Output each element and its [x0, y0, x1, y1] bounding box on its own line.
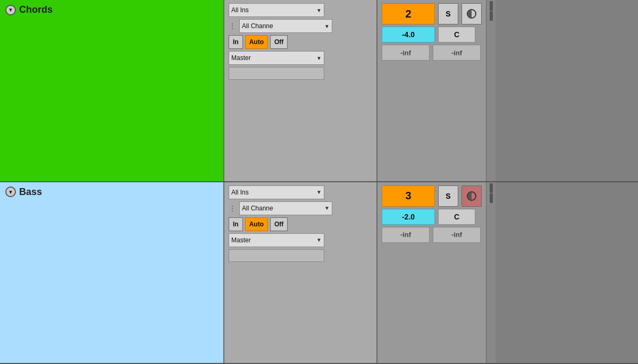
drag-handle-icon-bass: ⋮ [229, 204, 236, 213]
output-dropdown-bass[interactable]: Master ▼ [229, 233, 324, 247]
solo-label-chords: S [446, 10, 450, 18]
drag-handle-icon-chords: ⋮ [229, 22, 236, 30]
scrollbar-line-2-chords [490, 11, 493, 21]
collapse-button-bass[interactable]: ▼ [5, 187, 16, 197]
scrollbar-line-1-chords [490, 1, 493, 11]
meter-row-bass: -inf -inf [382, 227, 482, 243]
in-button-chords[interactable]: In [229, 35, 243, 49]
meter-right-value-bass: -inf [451, 231, 462, 239]
track-number-box-bass: 3 [382, 185, 435, 207]
output-row-bass: Master ▼ [229, 233, 372, 247]
track-controls-panel-bass: All Ins ▼ ⋮ All Channe ▼ In Auto Of [223, 182, 377, 363]
pan-row-chords: -4.0 C [382, 27, 482, 43]
solo-button-bass[interactable]: S [438, 185, 458, 207]
track-name-panel-bass: ▼ Bass [0, 182, 223, 363]
track-number-row-chords: 2 S [382, 3, 482, 24]
track-name-bass: Bass [19, 187, 42, 198]
output-label-bass: Master [231, 236, 251, 244]
meter-right-value-chords: -inf [451, 49, 462, 57]
off-button-bass[interactable]: Off [270, 217, 288, 231]
track-right-chords: All Ins ▼ ⋮ All Channe ▼ In Auto Of [223, 0, 496, 181]
in-button-bass[interactable]: In [229, 217, 243, 231]
track-controls-panel-chords: All Ins ▼ ⋮ All Channe ▼ In Auto Of [223, 0, 377, 181]
off-button-chords[interactable]: Off [270, 35, 288, 49]
input-device-arrow-icon-bass: ▼ [316, 189, 322, 195]
output-label-chords: Master [231, 54, 251, 62]
output-row-chords: Master ▼ [229, 51, 372, 65]
extra-input-chords[interactable] [229, 67, 324, 80]
input-channel-row-bass: ⋮ All Channe ▼ [229, 201, 372, 215]
pan-box-bass[interactable]: -2.0 [382, 209, 435, 225]
meter-left-bass: -inf [382, 227, 430, 243]
track-mixer-panel-chords: 2 S -4.0 C [377, 0, 486, 181]
solo-label-bass: S [446, 192, 450, 200]
track-row-bass: ▼ Bass All Ins ▼ ⋮ [0, 182, 638, 365]
input-device-dropdown-bass[interactable]: All Ins ▼ [229, 185, 324, 199]
track-number-row-bass: 3 S [382, 185, 482, 207]
key-value-chords: C [454, 30, 459, 39]
input-device-row-bass: All Ins ▼ [229, 185, 372, 199]
monitor-row-bass: In Auto Off [229, 217, 372, 231]
track-name-chords: Chords [19, 4, 53, 15]
collapse-arrow-icon-chords: ▼ [8, 7, 13, 13]
track-mixer-panel-bass: 3 S -2.0 C [377, 182, 486, 363]
track-number-bass: 3 [405, 190, 411, 202]
scrollbar-bass[interactable] [486, 182, 496, 363]
meter-left-chords: -inf [382, 45, 430, 61]
input-device-label-bass: All Ins [231, 189, 249, 196]
solo-button-chords[interactable]: S [438, 3, 458, 24]
tracks-container: ▼ Chords All Ins ▼ ⋮ [0, 0, 638, 364]
track-label-bass: ▼ Bass [5, 187, 42, 198]
input-channel-dropdown-bass[interactable]: All Channe ▼ [239, 201, 332, 215]
input-device-row-chords: All Ins ▼ [229, 3, 372, 17]
track-number-box-chords: 2 [382, 3, 435, 24]
scrollbar-line-1-bass [490, 183, 493, 193]
input-device-arrow-icon-chords: ▼ [316, 7, 322, 13]
meter-right-bass: -inf [433, 227, 481, 243]
key-box-chords[interactable]: C [438, 27, 475, 43]
input-channel-arrow-icon-bass: ▼ [324, 205, 330, 211]
pan-box-chords[interactable]: -4.0 [382, 27, 435, 43]
scrollbar-line-2-bass [490, 193, 493, 203]
output-arrow-icon-bass: ▼ [316, 237, 322, 243]
extra-input-bass[interactable] [229, 249, 324, 262]
track-label-chords: ▼ Chords [5, 4, 53, 15]
monitor-button-bass[interactable] [461, 185, 482, 207]
track-name-panel-chords: ▼ Chords [0, 0, 223, 181]
monitor-icon-bass [467, 191, 476, 201]
monitor-icon-chords [467, 9, 476, 19]
output-dropdown-chords[interactable]: Master ▼ [229, 51, 324, 65]
input-channel-row-chords: ⋮ All Channe ▼ [229, 19, 372, 33]
track-number-chords: 2 [405, 8, 411, 20]
scrollbar-chords[interactable] [486, 0, 496, 181]
pan-row-bass: -2.0 C [382, 209, 482, 225]
pan-value-bass: -2.0 [402, 213, 415, 221]
monitor-row-chords: In Auto Off [229, 35, 372, 49]
collapse-button-chords[interactable]: ▼ [5, 5, 16, 15]
input-channel-label-bass: All Channe [242, 205, 273, 212]
meter-left-value-bass: -inf [400, 231, 411, 239]
track-right-bass: All Ins ▼ ⋮ All Channe ▼ In Auto Of [223, 182, 496, 363]
extra-input-row-chords [229, 67, 372, 80]
auto-button-bass[interactable]: Auto [245, 217, 268, 231]
collapse-arrow-icon-bass: ▼ [8, 189, 13, 195]
input-device-label-chords: All Ins [231, 6, 249, 14]
input-channel-dropdown-chords[interactable]: All Channe ▼ [239, 19, 332, 33]
output-arrow-icon-chords: ▼ [316, 55, 322, 61]
meter-row-chords: -inf -inf [382, 45, 482, 61]
pan-value-chords: -4.0 [402, 30, 415, 39]
extra-input-row-bass [229, 249, 372, 262]
input-channel-label-chords: All Channe [242, 22, 273, 30]
key-value-bass: C [454, 213, 459, 221]
input-device-dropdown-chords[interactable]: All Ins ▼ [229, 3, 324, 17]
auto-button-chords[interactable]: Auto [245, 35, 268, 49]
key-box-bass[interactable]: C [438, 209, 475, 225]
meter-right-chords: -inf [433, 45, 481, 61]
track-row-chords: ▼ Chords All Ins ▼ ⋮ [0, 0, 638, 182]
meter-left-value-chords: -inf [400, 49, 411, 57]
monitor-button-chords[interactable] [461, 3, 482, 24]
input-channel-arrow-icon-chords: ▼ [324, 23, 330, 29]
